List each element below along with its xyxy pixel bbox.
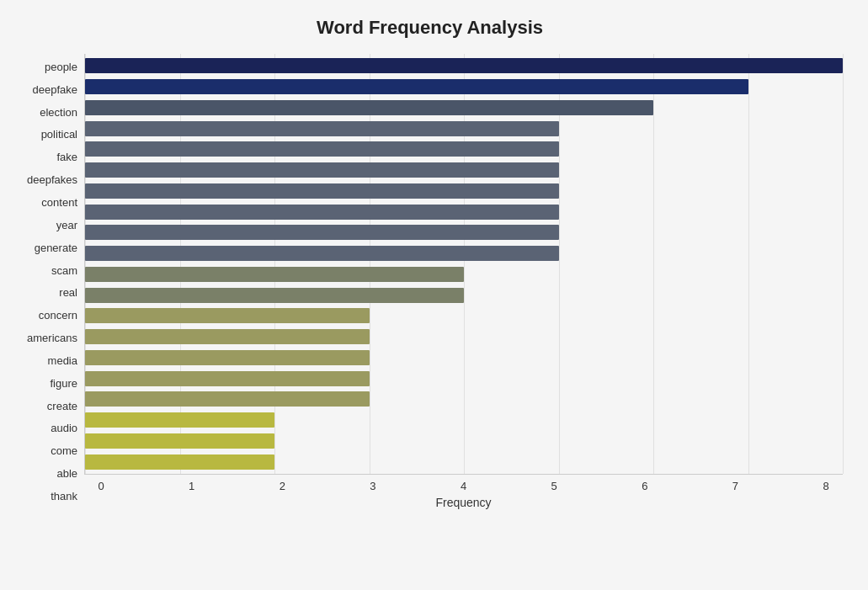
x-axis: 012345678 xyxy=(84,475,843,492)
bar-row xyxy=(85,431,843,452)
y-label: fake xyxy=(56,146,77,168)
bar xyxy=(85,79,748,94)
x-tick: 0 xyxy=(84,480,118,492)
x-tick: 7 xyxy=(718,480,752,492)
bar xyxy=(85,121,559,136)
bar xyxy=(85,433,274,449)
bar-row xyxy=(85,410,843,431)
bar-row xyxy=(85,243,843,264)
chart-area: peopledeepfakeelectionpoliticalfakedeepf… xyxy=(17,54,843,509)
bar xyxy=(85,371,370,386)
y-label: political xyxy=(41,124,77,146)
y-label: thank xyxy=(51,485,77,507)
bar xyxy=(85,267,464,282)
bars-area xyxy=(84,54,843,475)
y-label: year xyxy=(56,214,77,236)
bar-row xyxy=(85,327,843,348)
bar xyxy=(85,288,464,303)
x-tick: 3 xyxy=(356,480,390,492)
bar-row xyxy=(85,368,843,389)
bar-row xyxy=(85,139,843,160)
chart-title: Word Frequency Analysis xyxy=(17,17,843,39)
y-label: create xyxy=(47,395,77,417)
y-label: election xyxy=(40,101,77,123)
bar xyxy=(85,412,274,428)
bar-row xyxy=(85,160,843,181)
y-label: content xyxy=(41,191,77,213)
bar-row xyxy=(85,201,843,222)
x-tick: 2 xyxy=(265,480,299,492)
bar xyxy=(85,308,370,323)
y-label: americans xyxy=(27,327,77,349)
y-label: able xyxy=(56,463,77,485)
bar-row xyxy=(85,181,843,202)
bar xyxy=(85,454,274,470)
y-label: concern xyxy=(39,305,77,327)
y-label: generate xyxy=(35,237,77,258)
y-label: scam xyxy=(51,259,77,281)
bar-row xyxy=(85,389,843,410)
bar-row xyxy=(85,284,843,306)
bar-row xyxy=(85,222,843,243)
bar xyxy=(85,205,559,220)
bar xyxy=(85,141,559,157)
x-tick: 6 xyxy=(628,480,662,492)
y-label: figure xyxy=(50,372,77,394)
x-tick: 1 xyxy=(175,480,209,492)
bar-row xyxy=(85,56,843,77)
y-label: audio xyxy=(51,417,77,439)
y-label: real xyxy=(59,282,77,304)
bar xyxy=(85,350,370,365)
bar xyxy=(85,329,370,344)
bar-row xyxy=(85,118,843,139)
y-axis-labels: peopledeepfakeelectionpoliticalfakedeepf… xyxy=(17,54,84,509)
bar-row xyxy=(85,264,843,285)
x-axis-label: Frequency xyxy=(84,496,843,509)
y-label: deepfakes xyxy=(27,169,77,191)
bar xyxy=(85,100,653,115)
bar-row xyxy=(85,348,843,369)
bar xyxy=(85,246,559,261)
bar xyxy=(85,162,559,178)
bar-row xyxy=(85,77,843,98)
bars-and-x-axis: 012345678 Frequency xyxy=(84,54,843,509)
x-tick: 4 xyxy=(447,480,481,492)
bar-row xyxy=(85,306,843,327)
bar xyxy=(85,58,843,73)
x-tick: 8 xyxy=(809,480,843,492)
x-tick: 5 xyxy=(537,480,571,492)
bar xyxy=(85,183,559,199)
bar-row xyxy=(85,98,843,119)
chart-container: Word Frequency Analysis peopledeepfakeel… xyxy=(0,0,868,590)
y-label: people xyxy=(45,56,77,77)
y-label: media xyxy=(48,349,77,371)
grid-line xyxy=(843,54,844,474)
y-label: come xyxy=(51,440,77,462)
y-label: deepfake xyxy=(33,78,78,100)
bar xyxy=(85,225,559,240)
bar-row xyxy=(85,451,843,472)
bar xyxy=(85,391,370,407)
